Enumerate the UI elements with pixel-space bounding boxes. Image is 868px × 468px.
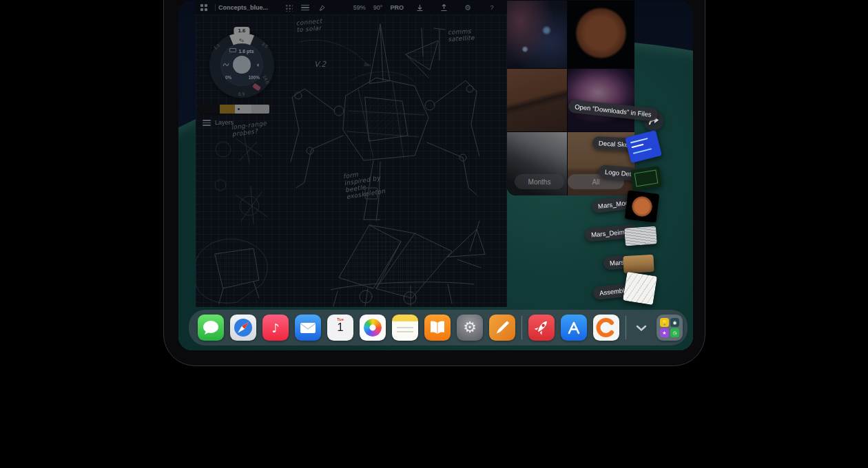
smoothing-icon[interactable] [223,62,229,67]
dock-appstore-icon[interactable] [561,315,587,341]
concepts-toolbar: Concepts_blue... 59% 90° PRO ⚙ [196,1,507,14]
dock-settings-icon[interactable]: ⚙ [457,315,483,341]
photo-mars-landscape[interactable] [507,69,567,131]
document-title[interactable]: Concepts_blue... [218,4,268,11]
color-swatch-gray[interactable] [251,105,269,114]
zoom-level[interactable]: 59% [353,4,366,11]
rotation-angle[interactable]: 90° [373,4,383,11]
photo-mars-globe[interactable] [568,1,634,68]
dock-books-icon[interactable] [424,315,451,341]
dock-divider [626,316,626,339]
import-icon[interactable] [414,3,425,12]
dock: ♪ Tue 1 ⚙ [189,310,688,345]
dock-safari-icon[interactable] [230,315,256,341]
help-icon[interactable]: ? [486,3,497,12]
segment-all[interactable]: All [568,174,624,189]
color-swatch-lightgray[interactable] [235,105,251,114]
calendar-day: 1 [327,321,353,333]
color-swatch-gold[interactable] [220,105,235,114]
pen-nib-icon[interactable] [316,3,327,12]
toolbar-divider [215,4,216,11]
share-forward-icon[interactable] [643,111,663,131]
dock-calendar-icon[interactable]: Tue 1 [327,315,353,341]
applib-clock-icon: ◷ [670,328,679,337]
ipad-screen: Concepts_blue... 59% 90° PRO ⚙ [178,1,693,350]
color-strip[interactable] [199,105,269,114]
photos-flower-icon [364,319,382,337]
ipad-device-frame: Concepts_blue... 59% 90° PRO ⚙ [163,0,705,366]
opacity-max-label: 100% [248,75,260,80]
layers-label: Layers [215,119,234,126]
drawing-canvas[interactable]: connect to solar comms satellite V.2 lon… [196,14,507,307]
photos-app-window: Months All [507,1,634,195]
applib-tips-icon: 💡 [660,318,669,327]
dock-chevron-down-icon[interactable] [632,315,650,341]
annotation-comms-satellite: comms satellite [448,28,475,43]
applib-camera-icon: ◉ [670,318,679,327]
layers-icon [203,118,211,127]
contrast-icon[interactable]: ◐ [257,61,260,68]
photo-nebula-flame[interactable] [507,1,567,68]
export-icon[interactable] [438,3,449,12]
selection-lines-icon[interactable] [300,3,311,12]
brush-size-label: 1.6 pts [220,48,263,54]
dock-notes-icon[interactable] [392,315,418,341]
app-grid-icon[interactable] [198,3,209,12]
layers-button[interactable]: Layers [203,118,234,127]
tool-wheel-inner[interactable]: 1.6 pts 0% 100% ◐ [220,43,263,86]
settings-gear-icon[interactable]: ⚙ [462,3,473,12]
dots-grid-icon[interactable] [283,3,294,12]
color-swatch-black[interactable] [199,105,220,114]
wheel-size-3[interactable]: 6.9 [238,92,245,96]
dock-messages-icon[interactable] [198,315,224,341]
applib-star-icon: ★ [660,328,669,337]
dock-mail-icon[interactable] [295,315,321,341]
segment-months[interactable]: Months [515,174,564,189]
wheel-center-knob[interactable] [233,56,251,74]
tool-wheel[interactable]: ✎ 1.6 1.3 3.5 6.9 14.5 1.6 pts 0% 100% ◐ [209,33,274,98]
dock-app-library-icon[interactable]: 💡 ◉ ★ ◷ [657,315,683,341]
annotation-connect-solar: connect to solar [296,17,323,33]
dock-photos-icon[interactable] [360,315,386,341]
dock-divider [521,316,522,339]
dock-concepts-icon[interactable] [489,315,515,341]
dock-c-app-icon[interactable] [593,315,619,341]
dock-rocket-icon[interactable] [528,315,555,341]
annotation-version: V.2 [314,61,327,68]
pro-badge[interactable]: PRO [390,4,404,11]
dock-music-icon[interactable]: ♪ [262,315,289,341]
opacity-min-label: 0% [225,75,231,80]
photo-orion-nebula[interactable] [568,69,634,131]
concepts-app-window: Concepts_blue... 59% 90° PRO ⚙ [196,1,507,307]
active-size-tab: 1.6 [234,27,249,34]
